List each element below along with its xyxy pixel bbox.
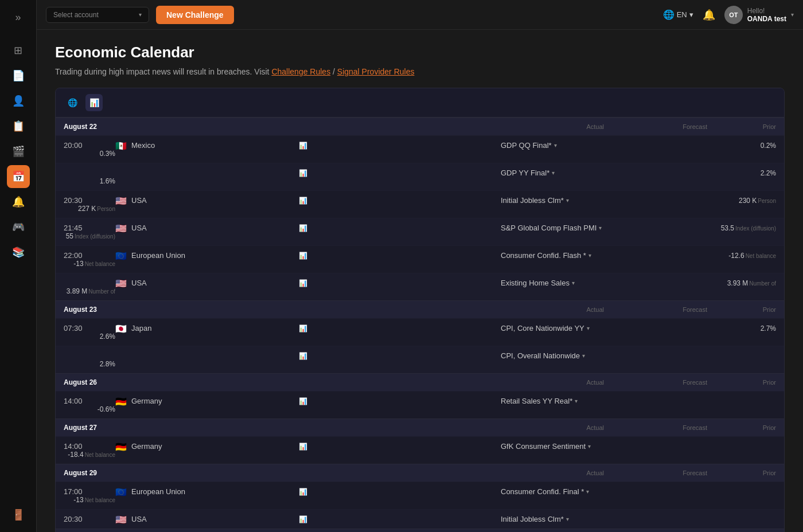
event-name: GfK Consumer Sentiment bbox=[501, 442, 586, 451]
event-cell[interactable]: CPI, Core Nationwide YY ▾ bbox=[501, 324, 604, 332]
forecast-header: Forecast bbox=[604, 424, 707, 431]
event-cell[interactable]: Initial Jobless Clm* ▾ bbox=[501, 196, 604, 205]
calendar-icon[interactable]: 📅 bbox=[7, 165, 30, 188]
prior-cell: -13Net balance bbox=[64, 496, 115, 504]
user-chevron-icon: ▾ bbox=[791, 11, 794, 18]
impact-icon: 📊 bbox=[299, 252, 307, 260]
country-flag: 🇩🇪 bbox=[115, 443, 127, 451]
event-chevron-icon: ▾ bbox=[587, 325, 590, 331]
forecast-cell: 0.2% bbox=[707, 142, 776, 150]
table-row: 22:00 🇪🇺European Union 📊 Consumer Confid… bbox=[56, 245, 784, 273]
event-cell[interactable]: Initial Jobless Clm* ▾ bbox=[501, 515, 604, 523]
notifications-icon[interactable]: 🔔 bbox=[7, 190, 30, 213]
notifications-button[interactable]: 🔔 bbox=[703, 9, 715, 21]
forecast-header: Forecast bbox=[604, 379, 707, 386]
country-name: USA bbox=[131, 279, 147, 287]
country-name: Germany bbox=[131, 397, 162, 405]
documents-icon[interactable]: 📄 bbox=[7, 64, 30, 87]
account-selector[interactable]: Select account ▾ bbox=[46, 7, 149, 23]
prior-header: Prior bbox=[707, 470, 776, 476]
impact-icon: 📊 bbox=[299, 169, 307, 177]
event-name: Consumer Confid. Final * bbox=[501, 487, 584, 496]
event-cell[interactable]: Existing Home Sales ▾ bbox=[501, 279, 604, 287]
country-flag: 🇺🇸 bbox=[115, 515, 127, 523]
event-cell[interactable]: S&P Global Comp Flash PMI ▾ bbox=[501, 224, 604, 232]
media-icon[interactable]: 🎬 bbox=[7, 140, 30, 163]
date-label: August 29 bbox=[64, 469, 115, 477]
event-cell[interactable]: GDP QQ Final* ▾ bbox=[501, 141, 604, 150]
dashboard-icon[interactable]: ⊞ bbox=[7, 39, 30, 62]
event-chevron-icon: ▾ bbox=[588, 443, 591, 449]
time-cell: 14:00 bbox=[64, 442, 115, 451]
event-cell[interactable]: Consumer Confid. Flash * ▾ bbox=[501, 251, 604, 260]
new-challenge-button[interactable]: New Challenge bbox=[156, 6, 234, 24]
chart-filter-icon[interactable]: 📊 bbox=[85, 94, 103, 111]
event-name: S&P Global Comp Flash PMI bbox=[501, 224, 597, 232]
prior-header: Prior bbox=[707, 123, 776, 130]
country-cell: 🇯🇵Japan bbox=[115, 324, 299, 332]
impact-cell: 📊 bbox=[299, 279, 501, 287]
avatar: OT bbox=[724, 6, 743, 24]
prior-cell: 2.6% bbox=[64, 332, 115, 341]
time-cell: 17:00 bbox=[64, 487, 115, 496]
country-name: Mexico bbox=[131, 141, 155, 150]
impact-icon: 📊 bbox=[299, 488, 307, 496]
event-chevron-icon: ▾ bbox=[586, 488, 589, 495]
impact-cell: 📊 bbox=[299, 397, 501, 405]
event-cell[interactable]: Consumer Confid. Final * ▾ bbox=[501, 487, 604, 496]
country-flag: 🇯🇵 bbox=[115, 324, 127, 332]
date-label: August 22 bbox=[64, 123, 115, 131]
sidebar: » ⊞ 📄 👤 📋 🎬 📅 🔔 🎮 📚 🚪 bbox=[0, 0, 37, 532]
user-menu[interactable]: OT Hello! OANDA test ▾ bbox=[724, 6, 794, 24]
country-flag: 🇪🇺 bbox=[115, 252, 127, 260]
globe-filter-icon[interactable]: 🌐 bbox=[64, 94, 81, 111]
language-selector[interactable]: 🌐 EN ▾ bbox=[663, 9, 693, 20]
country-flag: 🇪🇺 bbox=[115, 488, 127, 496]
tasks-icon[interactable]: 📋 bbox=[7, 115, 30, 138]
event-chevron-icon: ▾ bbox=[566, 516, 569, 522]
event-name: Consumer Confid. Flash * bbox=[501, 251, 586, 260]
profile-icon[interactable]: 👤 bbox=[7, 89, 30, 112]
country-flag: 🇺🇸 bbox=[115, 279, 127, 287]
library-icon[interactable]: 📚 bbox=[7, 241, 30, 264]
table-row: 17:00 🇪🇺European Union 📊 Consumer Confid… bbox=[56, 482, 784, 509]
subtitle: Trading during high impact news will res… bbox=[55, 67, 785, 76]
country-cell: 🇺🇸USA bbox=[115, 279, 299, 287]
event-chevron-icon: ▾ bbox=[554, 142, 557, 148]
lang-chevron-icon: ▾ bbox=[689, 10, 693, 19]
event-cell[interactable]: GfK Consumer Sentiment ▾ bbox=[501, 442, 604, 451]
forecast-cell: 230 KPerson bbox=[707, 197, 776, 205]
event-cell[interactable]: Retail Sales YY Real* ▾ bbox=[501, 397, 604, 405]
date-section-header: August 22 Actual Forecast Prior bbox=[56, 118, 784, 135]
date-section-header: August 26 Actual Forecast Prior bbox=[56, 373, 784, 391]
event-chevron-icon: ▾ bbox=[582, 353, 585, 359]
expand-button[interactable]: » bbox=[7, 6, 30, 29]
country-cell: 🇺🇸USA bbox=[115, 196, 299, 205]
event-chevron-icon: ▾ bbox=[572, 280, 575, 286]
prior-header: Prior bbox=[707, 424, 776, 431]
impact-icon: 📊 bbox=[299, 515, 307, 523]
calendar-body: August 22 Actual Forecast Prior 20:00 🇲🇽… bbox=[56, 118, 784, 532]
calendar-container: 🌐 📊 August 22 Actual Forecast Prior 20:0… bbox=[55, 88, 785, 532]
event-cell[interactable]: CPI, Overall Nationwide ▾ bbox=[501, 351, 604, 360]
country-cell: 🇪🇺European Union bbox=[115, 487, 299, 496]
gaming-icon[interactable]: 🎮 bbox=[7, 216, 30, 238]
country-flag: 🇺🇸 bbox=[115, 197, 127, 205]
country-name: Germany bbox=[131, 442, 162, 451]
prior-cell: 1.6% bbox=[64, 177, 115, 185]
event-name: GDP YY Final* bbox=[501, 169, 549, 177]
actual-header: Actual bbox=[501, 470, 604, 476]
impact-cell: 📊 bbox=[299, 324, 501, 332]
impact-cell: 📊 bbox=[299, 169, 501, 177]
event-cell[interactable]: GDP YY Final* ▾ bbox=[501, 169, 604, 177]
actual-header: Actual bbox=[501, 306, 604, 313]
date-label: August 26 bbox=[64, 378, 115, 386]
signal-provider-rules-link[interactable]: Signal Provider Rules bbox=[337, 67, 415, 76]
impact-icon: 📊 bbox=[299, 142, 307, 150]
topbar-right: 🌐 EN ▾ 🔔 OT Hello! OANDA test ▾ bbox=[663, 6, 794, 24]
event-chevron-icon: ▾ bbox=[566, 197, 569, 204]
challenge-rules-link[interactable]: Challenge Rules bbox=[271, 67, 330, 76]
logout-icon[interactable]: 🚪 bbox=[7, 503, 30, 526]
country-name: European Union bbox=[131, 487, 185, 496]
country-flag: 🇲🇽 bbox=[115, 142, 127, 150]
